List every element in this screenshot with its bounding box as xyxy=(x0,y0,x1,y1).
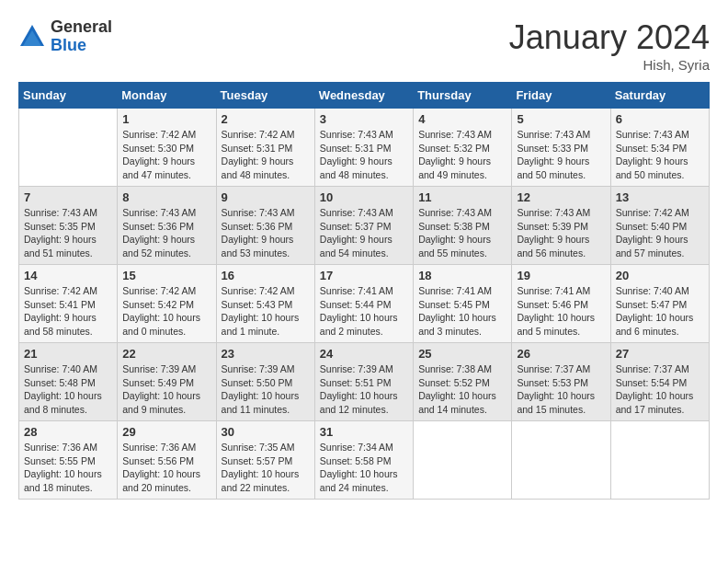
day-number: 18 xyxy=(418,269,506,282)
day-info: Sunrise: 7:41 AM Sunset: 5:46 PM Dayligh… xyxy=(517,284,605,339)
day-info: Sunrise: 7:42 AM Sunset: 5:30 PM Dayligh… xyxy=(122,128,210,182)
calendar-cell: 2Sunrise: 7:42 AM Sunset: 5:31 PM Daylig… xyxy=(216,109,314,187)
day-info: Sunrise: 7:43 AM Sunset: 5:39 PM Dayligh… xyxy=(517,206,605,260)
day-number: 11 xyxy=(418,190,506,204)
day-number: 10 xyxy=(320,190,408,204)
day-number: 9 xyxy=(222,190,310,204)
day-info: Sunrise: 7:39 AM Sunset: 5:50 PM Dayligh… xyxy=(222,362,310,417)
day-info: Sunrise: 7:42 AM Sunset: 5:41 PM Dayligh… xyxy=(24,284,112,339)
header-thursday: Thursday xyxy=(414,83,512,109)
day-info: Sunrise: 7:43 AM Sunset: 5:37 PM Dayligh… xyxy=(320,206,408,260)
day-number: 12 xyxy=(517,190,605,204)
day-number: 25 xyxy=(418,347,506,361)
logo: General Blue xyxy=(18,18,112,55)
calendar-cell: 23Sunrise: 7:39 AM Sunset: 5:50 PM Dayli… xyxy=(216,343,314,421)
logo-blue-text: Blue xyxy=(51,37,112,55)
location: Hish, Syria xyxy=(509,57,710,73)
day-number: 15 xyxy=(122,269,210,282)
header-wednesday: Wednesday xyxy=(314,83,413,109)
calendar-cell: 12Sunrise: 7:43 AM Sunset: 5:39 PM Dayli… xyxy=(512,187,610,265)
calendar-cell: 29Sunrise: 7:36 AM Sunset: 5:56 PM Dayli… xyxy=(118,421,216,500)
day-number: 22 xyxy=(122,347,210,361)
calendar-cell xyxy=(512,421,610,500)
day-number: 2 xyxy=(222,112,310,126)
day-info: Sunrise: 7:42 AM Sunset: 5:31 PM Dayligh… xyxy=(222,128,310,182)
day-info: Sunrise: 7:43 AM Sunset: 5:33 PM Dayligh… xyxy=(517,128,605,182)
day-info: Sunrise: 7:41 AM Sunset: 5:45 PM Dayligh… xyxy=(418,284,506,339)
day-info: Sunrise: 7:41 AM Sunset: 5:44 PM Dayligh… xyxy=(320,284,408,339)
calendar-week-4: 21Sunrise: 7:40 AM Sunset: 5:48 PM Dayli… xyxy=(19,343,710,421)
calendar-cell: 18Sunrise: 7:41 AM Sunset: 5:45 PM Dayli… xyxy=(414,265,512,343)
header-saturday: Saturday xyxy=(610,83,709,109)
day-number: 3 xyxy=(320,112,408,126)
logo-general-text: General xyxy=(51,18,112,37)
calendar-cell: 30Sunrise: 7:35 AM Sunset: 5:57 PM Dayli… xyxy=(216,421,314,500)
day-number: 1 xyxy=(122,112,210,126)
day-info: Sunrise: 7:43 AM Sunset: 5:31 PM Dayligh… xyxy=(320,128,408,182)
day-number: 4 xyxy=(418,112,506,126)
calendar-cell: 20Sunrise: 7:40 AM Sunset: 5:47 PM Dayli… xyxy=(610,265,709,343)
header-tuesday: Tuesday xyxy=(216,83,314,109)
day-info: Sunrise: 7:43 AM Sunset: 5:35 PM Dayligh… xyxy=(24,206,112,260)
calendar-cell: 24Sunrise: 7:39 AM Sunset: 5:51 PM Dayli… xyxy=(314,343,413,421)
calendar-table: SundayMondayTuesdayWednesdayThursdayFrid… xyxy=(18,82,710,500)
calendar-cell: 1Sunrise: 7:42 AM Sunset: 5:30 PM Daylig… xyxy=(118,109,216,187)
day-info: Sunrise: 7:42 AM Sunset: 5:42 PM Dayligh… xyxy=(122,284,210,339)
day-number: 17 xyxy=(320,269,408,282)
day-info: Sunrise: 7:35 AM Sunset: 5:57 PM Dayligh… xyxy=(222,441,310,495)
day-number: 5 xyxy=(517,112,605,126)
calendar-cell: 13Sunrise: 7:42 AM Sunset: 5:40 PM Dayli… xyxy=(610,187,709,265)
day-info: Sunrise: 7:36 AM Sunset: 5:56 PM Dayligh… xyxy=(122,441,210,495)
day-number: 19 xyxy=(517,269,605,282)
day-number: 20 xyxy=(616,269,704,282)
day-number: 29 xyxy=(122,425,210,439)
calendar-cell: 27Sunrise: 7:37 AM Sunset: 5:54 PM Dayli… xyxy=(610,343,709,421)
header-friday: Friday xyxy=(512,83,610,109)
calendar-cell: 4Sunrise: 7:43 AM Sunset: 5:32 PM Daylig… xyxy=(414,109,512,187)
day-info: Sunrise: 7:42 AM Sunset: 5:40 PM Dayligh… xyxy=(616,206,704,260)
calendar-cell xyxy=(414,421,512,500)
header-monday: Monday xyxy=(118,83,216,109)
calendar-cell: 28Sunrise: 7:36 AM Sunset: 5:55 PM Dayli… xyxy=(19,421,118,500)
day-info: Sunrise: 7:37 AM Sunset: 5:53 PM Dayligh… xyxy=(517,362,605,417)
day-number: 16 xyxy=(222,269,310,282)
calendar-cell: 15Sunrise: 7:42 AM Sunset: 5:42 PM Dayli… xyxy=(118,265,216,343)
day-number: 26 xyxy=(517,347,605,361)
calendar-cell: 10Sunrise: 7:43 AM Sunset: 5:37 PM Dayli… xyxy=(314,187,413,265)
day-number: 24 xyxy=(320,347,408,361)
calendar-week-2: 7Sunrise: 7:43 AM Sunset: 5:35 PM Daylig… xyxy=(19,187,710,265)
day-info: Sunrise: 7:40 AM Sunset: 5:48 PM Dayligh… xyxy=(24,362,112,417)
calendar-cell: 9Sunrise: 7:43 AM Sunset: 5:36 PM Daylig… xyxy=(216,187,314,265)
day-number: 27 xyxy=(616,347,704,361)
calendar-cell xyxy=(19,109,118,187)
day-number: 14 xyxy=(24,269,112,282)
calendar-cell: 8Sunrise: 7:43 AM Sunset: 5:36 PM Daylig… xyxy=(118,187,216,265)
day-info: Sunrise: 7:39 AM Sunset: 5:51 PM Dayligh… xyxy=(320,362,408,417)
header-sunday: Sunday xyxy=(19,83,118,109)
calendar-cell: 31Sunrise: 7:34 AM Sunset: 5:58 PM Dayli… xyxy=(314,421,413,500)
logo-icon xyxy=(18,23,46,51)
calendar-week-3: 14Sunrise: 7:42 AM Sunset: 5:41 PM Dayli… xyxy=(19,265,710,343)
day-number: 8 xyxy=(122,190,210,204)
calendar-cell: 17Sunrise: 7:41 AM Sunset: 5:44 PM Dayli… xyxy=(314,265,413,343)
day-number: 30 xyxy=(222,425,310,439)
calendar-cell: 21Sunrise: 7:40 AM Sunset: 5:48 PM Dayli… xyxy=(19,343,118,421)
calendar-cell: 26Sunrise: 7:37 AM Sunset: 5:53 PM Dayli… xyxy=(512,343,610,421)
day-number: 31 xyxy=(320,425,408,439)
calendar-cell: 19Sunrise: 7:41 AM Sunset: 5:46 PM Dayli… xyxy=(512,265,610,343)
day-info: Sunrise: 7:43 AM Sunset: 5:38 PM Dayligh… xyxy=(418,206,506,260)
day-number: 21 xyxy=(24,347,112,361)
day-info: Sunrise: 7:37 AM Sunset: 5:54 PM Dayligh… xyxy=(616,362,704,417)
day-number: 7 xyxy=(24,190,112,204)
calendar-header-row: SundayMondayTuesdayWednesdayThursdayFrid… xyxy=(19,83,710,109)
calendar-body: 1Sunrise: 7:42 AM Sunset: 5:30 PM Daylig… xyxy=(19,109,710,500)
calendar-cell: 3Sunrise: 7:43 AM Sunset: 5:31 PM Daylig… xyxy=(314,109,413,187)
day-info: Sunrise: 7:43 AM Sunset: 5:36 PM Dayligh… xyxy=(122,206,210,260)
day-info: Sunrise: 7:38 AM Sunset: 5:52 PM Dayligh… xyxy=(418,362,506,417)
calendar-cell: 7Sunrise: 7:43 AM Sunset: 5:35 PM Daylig… xyxy=(19,187,118,265)
title-block: January 2024 Hish, Syria xyxy=(509,18,710,73)
calendar-cell: 25Sunrise: 7:38 AM Sunset: 5:52 PM Dayli… xyxy=(414,343,512,421)
month-title: January 2024 xyxy=(509,18,710,57)
day-info: Sunrise: 7:43 AM Sunset: 5:34 PM Dayligh… xyxy=(616,128,704,182)
day-number: 13 xyxy=(616,190,704,204)
